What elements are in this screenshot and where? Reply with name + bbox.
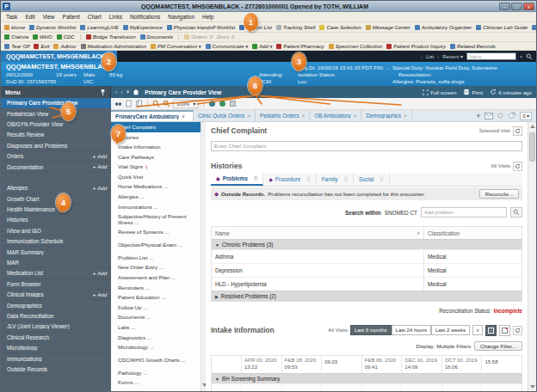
component-nav-item[interactable]: New Order Entry ... ! — [111, 263, 205, 273]
date-column[interactable]: 09:03 — [321, 356, 361, 373]
sidebar-item[interactable]: Outside Records +Add — [1, 364, 111, 375]
search-button[interactable] — [510, 207, 522, 217]
toolbar-button[interactable]: Tracking Shell▾ — [276, 25, 316, 30]
close-icon[interactable]: x — [108, 53, 114, 59]
drag-handle-icon[interactable]: ⠿ — [344, 176, 348, 182]
panel-view-button[interactable] — [499, 325, 510, 336]
menu-item[interactable]: Navigation — [168, 14, 194, 20]
sidebar-item[interactable]: JLV (Joint Legacy Viewer) +Add — [1, 322, 111, 332]
chevron-down-icon[interactable]: ▾ — [520, 53, 522, 59]
patient-list-toggle[interactable]: List — [426, 54, 434, 59]
refresh-button[interactable]: 6 minutes ago — [490, 89, 532, 95]
table-row[interactable]: Asthma Medical — [212, 249, 522, 263]
patient-tab[interactable]: QQQMAMCTEST, MHSGENBLACK x — [1, 51, 117, 62]
component-nav-item[interactable]: Care Pathways ! — [111, 152, 205, 162]
component-nav-item[interactable]: Assessment and Plan ... ! — [111, 273, 205, 283]
scroll-up-icon[interactable] — [530, 125, 535, 128]
sidebar-item[interactable]: Growth Chart +Add — [1, 194, 111, 205]
chief-complaint-input[interactable] — [211, 141, 522, 151]
component-nav-item[interactable]: Vital Signs ! — [111, 162, 205, 172]
component-nav-item[interactable]: Subjective/History of Present Illness ..… — [111, 211, 205, 227]
drag-handle-icon[interactable]: ⠿ — [380, 176, 383, 182]
circle-icon[interactable] — [219, 100, 226, 107]
menu-header[interactable]: Menu — [1, 86, 111, 98]
pin-icon[interactable] — [100, 89, 106, 96]
component-nav-item[interactable]: Pathology ... ! — [111, 368, 205, 378]
range-dropdown-button[interactable]: ∨ — [472, 325, 483, 335]
toolbar-button[interactable]: Documents — [140, 34, 179, 40]
toolbar-button[interactable]: Clairvia — [4, 34, 28, 40]
drag-handle-icon[interactable]: ⠿ — [254, 175, 257, 181]
prev-patient-icon[interactable]: ‹ — [421, 54, 423, 59]
toolbar-button[interactable]: Manage Auto Text▾ — [532, 25, 536, 30]
grid-view-button[interactable] — [485, 325, 497, 336]
close-icon[interactable]: × — [354, 113, 357, 119]
sidebar-item[interactable]: Data Reconciliation +Add — [1, 311, 111, 322]
component-nav-item[interactable]: Histories ! — [111, 132, 205, 143]
next-patient-icon[interactable]: › — [437, 54, 439, 59]
close-icon[interactable]: × — [247, 113, 250, 119]
back-icon[interactable]: ‹ — [115, 89, 117, 95]
histories-tab[interactable]: ◆ Procedure ⠿ — [263, 173, 317, 186]
toolbar-button[interactable]: Medication Administration▾ — [81, 44, 146, 49]
toolbar-button[interactable]: WHO — [33, 34, 52, 40]
menu-item[interactable]: Patient — [63, 14, 80, 20]
add-view-button[interactable]: + — [476, 112, 480, 120]
add-problem-input[interactable] — [421, 207, 507, 217]
component-nav-item[interactable]: Problem List ... ! — [111, 253, 205, 263]
reconcile-button[interactable]: Reconcile... — [479, 189, 519, 199]
toolbar-button[interactable]: Related Records▾ — [450, 44, 496, 49]
component-nav-item[interactable]: Quick Visit ! — [111, 172, 205, 182]
sidebar-item[interactable]: MAR Summary +Add — [1, 247, 111, 257]
record-icon[interactable] — [497, 113, 503, 119]
component-nav-item[interactable]: Forms ... ! — [111, 377, 205, 388]
menu-item[interactable]: Edit — [25, 14, 34, 20]
toolbar-button[interactable]: LearningLIVE▾ — [80, 25, 118, 30]
sidebar-item[interactable]: Health Maintenance +Add — [1, 205, 111, 215]
sidebar-item[interactable]: Clinical Images +Add — [1, 290, 111, 300]
circle-icon[interactable] — [208, 100, 216, 107]
menu-item[interactable]: Help — [202, 14, 213, 20]
copy-icon[interactable] — [135, 100, 143, 107]
component-nav-item[interactable]: Immunizations ... ! — [111, 202, 205, 212]
component-nav-item[interactable]: Reminders ... ! — [111, 283, 205, 293]
main-scrollbar[interactable] — [528, 122, 536, 391]
group-row-bh-screening[interactable]: ▼ BH Screening Summary — [212, 373, 522, 383]
close-button[interactable]: x — [523, 3, 534, 10]
component-nav-item[interactable]: Chief Complaint ! — [111, 122, 205, 132]
sidebar-item[interactable]: Histories +Add — [1, 215, 111, 225]
component-nav-item[interactable]: Patient Education ... ! — [111, 292, 205, 303]
refresh-button[interactable] — [513, 162, 522, 171]
date-column[interactable]: APR 03, 2020 13:22 — [241, 356, 281, 373]
search-icon[interactable] — [526, 53, 533, 60]
table-row[interactable]: Depression Medical — [212, 263, 522, 277]
toolbar-button[interactable]: Patient List▾ — [239, 25, 272, 30]
toolbar-button[interactable]: Case Selection▾ — [319, 25, 361, 30]
sidebar-item[interactable]: Immunizations +Add — [1, 353, 111, 364]
group-row-chronic[interactable]: ▼ Chronic Problems (3) — [212, 239, 522, 249]
component-nav-item[interactable]: CDC/WHO Growth Charts ... ! — [111, 352, 205, 368]
range-filter-button[interactable]: Last 24 hours — [392, 325, 431, 335]
sidebar-item[interactable]: Clinical Research +Add — [1, 333, 111, 343]
sidebar-item[interactable]: Primary Care Provider View +Add — [1, 98, 111, 108]
toolbar-button[interactable]: Bridge Transfusion — [86, 34, 136, 40]
sidebar-item[interactable]: Orders +Add — [1, 151, 111, 162]
range-filter-button[interactable]: Last 2 weeks — [431, 325, 470, 335]
tab-list-menu-button[interactable]: ≡▾ — [520, 112, 532, 120]
date-column[interactable]: FEB 18, 2020 09:53 — [281, 356, 322, 373]
toolbar-button[interactable]: Clinician Lab Guide▾ — [476, 25, 528, 30]
menu-item[interactable]: Links — [109, 14, 122, 20]
close-icon[interactable]: × — [182, 113, 185, 119]
sidebar-item[interactable]: MAR +Add — [1, 258, 111, 268]
workspace-tab[interactable]: Pediatric Orders × — [256, 110, 310, 121]
component-nav-item[interactable]: Labs ... ! — [111, 322, 205, 333]
component-nav-item[interactable]: Documents ... ! — [111, 313, 205, 323]
component-nav-item[interactable]: Microbiology ... ! — [111, 342, 205, 352]
workspace-tab[interactable]: Clinic Quick Orders × — [194, 110, 256, 121]
add-button[interactable]: +Add — [93, 271, 107, 276]
refresh-button[interactable] — [513, 326, 522, 335]
mail-icon[interactable] — [485, 113, 493, 119]
toolbar-button[interactable]: Tear Off▾ — [4, 44, 29, 49]
range-filter-button[interactable]: Last 6 months — [350, 325, 392, 335]
zoom-out-icon[interactable] — [152, 100, 160, 107]
